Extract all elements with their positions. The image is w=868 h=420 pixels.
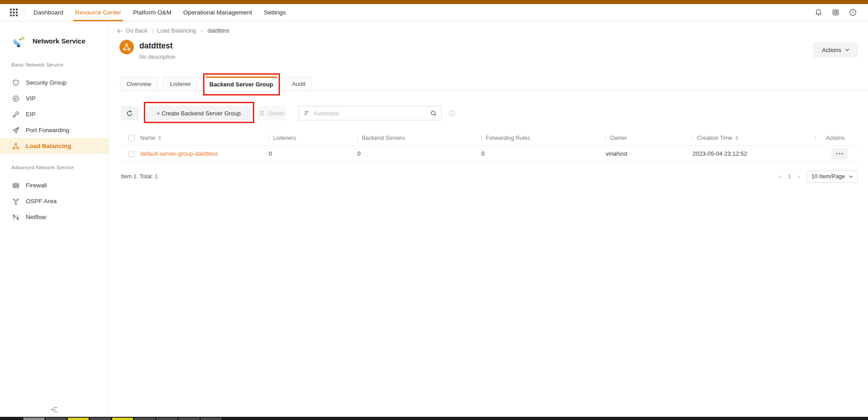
tab-listener[interactable]: Listener (163, 77, 198, 91)
chevron-down-icon (845, 48, 849, 52)
page-title: datdttest (139, 41, 173, 51)
eip-icon (12, 111, 19, 118)
breadcrumb: Go Back | Load Balancing > datdttest (117, 28, 229, 34)
browser-top-strip (0, 0, 868, 4)
cell-owner: vinahost (606, 150, 693, 157)
nav-item-resource-center[interactable]: Resource Center (75, 4, 122, 21)
sidebar-section-advanced: Advanced Network Service (11, 165, 108, 170)
taskbar-item[interactable] (179, 418, 199, 420)
nav-item-dashboard[interactable]: Dashboard (33, 4, 64, 21)
search-icon[interactable] (430, 110, 437, 117)
refresh-button[interactable] (121, 106, 138, 120)
sidebar-section-basic: Basic Network Service (11, 62, 108, 67)
breadcrumb-parent[interactable]: Load Balancing (157, 28, 196, 34)
nav-item-settings[interactable]: Settings (263, 4, 286, 21)
sidebar-item-label: VIP (26, 95, 36, 102)
product-title: Network Service (33, 37, 85, 45)
table-header-row: Name Listeners Backend Servers Forwardin… (121, 130, 858, 146)
port-forwarding-icon (12, 127, 19, 134)
monitor-icon[interactable] (832, 9, 840, 16)
table-row: default-server-group-datdttest 0 0 0 vin… (121, 146, 858, 162)
actions-button[interactable]: Actions (813, 42, 858, 57)
toolbar: + Create Backend Server Group Delete (121, 106, 455, 120)
tab-audit[interactable]: Audit (285, 77, 312, 91)
taskbar-item[interactable] (134, 418, 155, 420)
info-icon[interactable] (448, 110, 455, 117)
column-header-backend-servers: Backend Servers (357, 135, 481, 141)
top-navbar: Dashboard Resource Center Platform O&M O… (0, 4, 868, 21)
search-box (299, 106, 442, 120)
sidebar-item-port-forwarding[interactable]: Port Forwarding (0, 122, 108, 138)
refresh-icon (126, 110, 133, 117)
sidebar-item-security-group[interactable]: Security Group (0, 75, 108, 91)
search-input[interactable] (313, 110, 427, 117)
help-icon[interactable]: ? (849, 9, 857, 16)
vip-icon: IP (12, 95, 19, 102)
column-header-owner: Owner (606, 135, 693, 141)
server-group-name-link[interactable]: default-server-group-datdttest (140, 150, 218, 157)
sidebar-item-label: Security Group (26, 79, 66, 86)
column-header-name: Name (140, 135, 269, 141)
sidebar: Network Service Basic Network Service Se… (0, 21, 109, 417)
row-more-actions-button[interactable] (831, 148, 848, 159)
sidebar-item-label: OSPF Area (26, 198, 57, 205)
taskbar-item[interactable] (112, 418, 133, 420)
row-checkbox[interactable] (128, 151, 135, 157)
breadcrumb-current: datdttest (208, 28, 229, 34)
breadcrumb-separator: | (152, 28, 153, 34)
apps-grid-icon[interactable] (10, 9, 18, 16)
satellite-logo (11, 33, 27, 48)
taskbar-item[interactable] (201, 418, 222, 420)
create-backend-server-group-button[interactable]: + Create Backend Server Group (147, 106, 250, 120)
bell-icon[interactable] (815, 9, 822, 16)
go-back-link[interactable]: Go Back (117, 28, 147, 34)
column-header-actions: Actions (815, 135, 858, 141)
tab-overview[interactable]: Overview (120, 77, 158, 91)
tab-backend-server-group[interactable]: Backend Server Group (205, 76, 277, 91)
sidebar-item-label: Port Forwarding (26, 127, 69, 134)
sidebar-item-vip[interactable]: IP VIP (0, 91, 108, 106)
prev-page-button[interactable]: < (779, 173, 783, 180)
page-description: No description (139, 54, 175, 60)
sort-icon[interactable] (158, 136, 161, 140)
sidebar-item-firewall[interactable]: Firewall (0, 177, 108, 193)
os-taskbar (0, 417, 868, 420)
nav-item-platform-om[interactable]: Platform O&M (133, 4, 172, 21)
items-summary: Item 1. Total: 1 (121, 173, 158, 180)
sidebar-item-label: EIP (26, 111, 36, 118)
sidebar-item-label: Netflow (26, 214, 46, 220)
taskbar-item[interactable] (24, 418, 44, 420)
load-balancing-icon (123, 43, 131, 51)
sidebar-item-eip[interactable]: EIP (0, 106, 108, 122)
cell-backend-servers: 0 (357, 150, 481, 157)
app-root: Dashboard Resource Center Platform O&M O… (0, 0, 868, 420)
sidebar-item-ospf-area[interactable]: OSPF Area (0, 193, 108, 209)
breadcrumb-separator: > (200, 28, 203, 34)
taskbar-item[interactable] (90, 418, 111, 420)
sidebar-item-label: Load Balancing (26, 143, 71, 149)
cell-forwarding-rules: 0 (481, 150, 606, 157)
taskbar-item[interactable] (157, 418, 177, 420)
sort-icon[interactable] (735, 136, 739, 140)
sidebar-item-netflow[interactable]: Netflow (0, 209, 108, 225)
collapse-sidebar-icon[interactable] (50, 406, 58, 413)
cell-listeners: 0 (269, 150, 357, 157)
taskbar-item[interactable] (68, 418, 89, 420)
column-header-listeners: Listeners (269, 135, 357, 141)
tab-bar: Overview Listener Backend Server Group A… (120, 77, 868, 91)
taskbar-item[interactable] (46, 418, 66, 420)
sidebar-item-load-balancing[interactable]: Load Balancing (0, 138, 108, 154)
page-size-select[interactable]: 10 Item/Page (806, 171, 858, 183)
select-all-checkbox[interactable] (128, 135, 135, 141)
delete-button[interactable]: Delete (257, 106, 286, 120)
netflow-icon (12, 214, 19, 221)
page-number[interactable]: 1 (788, 173, 791, 180)
cell-creation-time: 2023-05-04 23:12:52 (693, 150, 815, 157)
load-balancing-icon (12, 143, 19, 150)
column-header-forwarding-rules: Forwarding Rules (481, 135, 606, 141)
main-content: Go Back | Load Balancing > datdttest dat… (109, 21, 868, 417)
next-page-button[interactable]: > (797, 173, 801, 180)
column-header-creation-time: Creation Time (693, 135, 815, 141)
nav-item-operational-management[interactable]: Operational Management (183, 4, 252, 21)
pagination: < 1 > 10 Item/Page (779, 171, 859, 183)
